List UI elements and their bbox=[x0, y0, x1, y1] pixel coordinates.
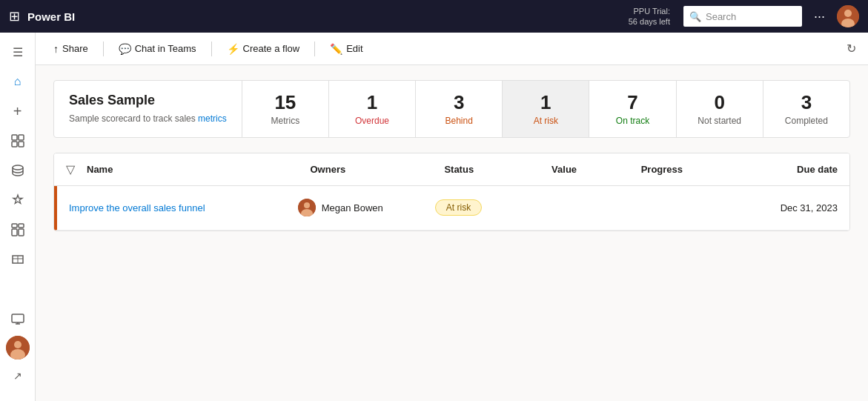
table-row[interactable]: Improve the overall sales funnel Megan B… bbox=[54, 186, 849, 231]
col-value-header: Value bbox=[551, 164, 641, 175]
col-status-header: Status bbox=[444, 164, 551, 175]
metric-card-not-started[interactable]: 0 Not started bbox=[677, 81, 763, 137]
search-box[interactable]: 🔍 Search bbox=[683, 6, 802, 27]
metric-num-not-started: 0 bbox=[714, 91, 724, 114]
sidebar-home-icon[interactable]: ⌂ bbox=[4, 68, 31, 95]
svg-rect-8 bbox=[12, 224, 17, 228]
toolbar-separator-1 bbox=[103, 42, 104, 56]
metric-label-completed: Completed bbox=[785, 116, 828, 126]
create-flow-button[interactable]: ⚡ Create a flow bbox=[221, 40, 306, 58]
flow-icon: ⚡ bbox=[227, 43, 239, 55]
metric-num-completed: 3 bbox=[801, 91, 812, 114]
svg-rect-6 bbox=[19, 142, 24, 147]
search-label: Search bbox=[706, 11, 736, 22]
share-icon: ↑ bbox=[53, 43, 59, 55]
col-name-header: Name bbox=[87, 164, 310, 175]
metric-card-behind[interactable]: 3 Behind bbox=[416, 81, 503, 137]
metric-num-on-track: 7 bbox=[627, 91, 637, 114]
svg-point-1 bbox=[844, 10, 852, 17]
metric-label-at-risk: At risk bbox=[534, 116, 558, 126]
metric-label-behind: Behind bbox=[445, 116, 472, 126]
sidebar-create-icon[interactable]: + bbox=[4, 98, 31, 125]
svg-point-14 bbox=[14, 341, 21, 348]
share-button[interactable]: ↑ Share bbox=[47, 40, 94, 58]
summary-cards: Sales Sample Sample scorecard to track s… bbox=[53, 80, 850, 138]
metric-num-metrics: 15 bbox=[274, 91, 296, 114]
search-icon: 🔍 bbox=[689, 11, 701, 22]
row-owners: Megan Bowen bbox=[298, 199, 435, 216]
edit-icon: ✏️ bbox=[330, 43, 342, 55]
action-toolbar: ↑ Share 💬 Chat in Teams ⚡ Create a flow … bbox=[36, 33, 868, 65]
svg-rect-4 bbox=[19, 135, 24, 140]
refresh-icon[interactable]: ↻ bbox=[847, 42, 856, 56]
scorecard-desc-link[interactable]: metrics bbox=[198, 113, 227, 124]
sidebar-apps-icon[interactable] bbox=[4, 216, 31, 243]
metric-label-overdue: Overdue bbox=[355, 116, 389, 126]
svg-rect-3 bbox=[12, 135, 17, 140]
metric-card-overdue[interactable]: 1 Overdue bbox=[329, 81, 416, 137]
owner-avatar bbox=[298, 199, 316, 216]
svg-rect-9 bbox=[19, 224, 24, 228]
metric-num-overdue: 1 bbox=[367, 91, 377, 114]
svg-rect-11 bbox=[19, 229, 24, 236]
edit-button[interactable]: ✏️ Edit bbox=[324, 40, 368, 58]
metric-card-completed[interactable]: 3 Completed bbox=[763, 81, 849, 137]
content-area: ↑ Share 💬 Chat in Teams ⚡ Create a flow … bbox=[36, 33, 868, 401]
sidebar: ☰ ⌂ + bbox=[0, 33, 36, 401]
topbar: ⊞ Power BI PPU Trial: 56 days left 🔍 Sea… bbox=[0, 0, 868, 33]
metric-label-not-started: Not started bbox=[698, 116, 741, 126]
metric-label-metrics: Metrics bbox=[271, 116, 300, 126]
row-status: At risk bbox=[435, 199, 545, 216]
table-header: ▽ Name Owners Status Value Progress Due … bbox=[54, 153, 849, 186]
app-logo: Power BI bbox=[27, 10, 75, 23]
metric-card-on-track[interactable]: 7 On track bbox=[589, 81, 676, 137]
svg-point-7 bbox=[13, 165, 23, 170]
sidebar-monitor-icon[interactable] bbox=[4, 306, 31, 333]
svg-rect-10 bbox=[12, 229, 17, 236]
metric-num-behind: 3 bbox=[454, 91, 464, 114]
metric-label-on-track: On track bbox=[616, 116, 649, 126]
metric-card-metrics[interactable]: 15 Metrics bbox=[242, 81, 329, 137]
owner-name: Megan Bowen bbox=[322, 202, 383, 213]
filter-icon[interactable]: ▽ bbox=[66, 162, 75, 176]
more-options-button[interactable]: ··· bbox=[809, 9, 829, 24]
row-duedate: Dec 31, 2023 bbox=[728, 202, 838, 213]
scorecard-title: Sales Sample bbox=[69, 93, 227, 108]
grid-menu-icon[interactable]: ⊞ bbox=[9, 8, 20, 24]
sidebar-learn-icon[interactable] bbox=[4, 246, 31, 273]
scorecard-description: Sample scorecard to track sales metrics bbox=[69, 113, 227, 125]
svg-point-17 bbox=[304, 202, 310, 208]
chat-teams-button[interactable]: 💬 Chat in Teams bbox=[113, 40, 202, 58]
sidebar-goals-icon[interactable] bbox=[4, 187, 31, 213]
sidebar-user-avatar[interactable] bbox=[6, 336, 30, 359]
main-layout: ☰ ⌂ + bbox=[0, 33, 868, 401]
toolbar-separator-3 bbox=[314, 42, 315, 56]
svg-rect-5 bbox=[12, 142, 17, 147]
col-progress-header: Progress bbox=[641, 164, 731, 175]
sidebar-menu-icon[interactable]: ☰ bbox=[4, 39, 31, 65]
toolbar-separator-2 bbox=[211, 42, 212, 56]
user-avatar[interactable] bbox=[837, 5, 859, 27]
scorecard-title-card: Sales Sample Sample scorecard to track s… bbox=[54, 81, 242, 137]
chat-icon: 💬 bbox=[119, 43, 131, 55]
svg-rect-12 bbox=[12, 314, 24, 322]
page-body: Sales Sample Sample scorecard to track s… bbox=[36, 65, 868, 401]
metric-card-at-risk[interactable]: 1 At risk bbox=[503, 81, 589, 137]
col-duedate-header: Due date bbox=[730, 164, 838, 175]
sidebar-data-icon[interactable] bbox=[4, 157, 31, 184]
metric-num-at-risk: 1 bbox=[540, 91, 551, 114]
row-name[interactable]: Improve the overall sales funnel bbox=[69, 202, 298, 213]
trial-info: PPU Trial: 56 days left bbox=[629, 6, 670, 27]
sidebar-expand-icon[interactable]: ↗ bbox=[4, 362, 31, 389]
status-badge: At risk bbox=[435, 199, 482, 216]
scorecard-table: ▽ Name Owners Status Value Progress Due … bbox=[53, 153, 850, 231]
sidebar-browse-icon[interactable] bbox=[4, 127, 31, 154]
col-owners-header: Owners bbox=[310, 164, 444, 175]
